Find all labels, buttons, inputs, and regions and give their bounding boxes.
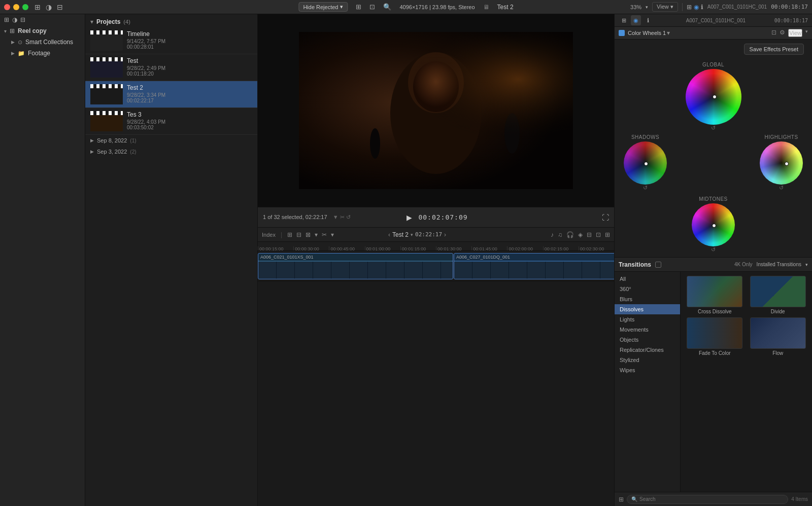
tl-icon5[interactable]: ✂ xyxy=(322,231,327,238)
right-panel: ⊞ ◉ ℹ A007_C001_0101HC_001 00:00:18:17 C… xyxy=(614,14,812,506)
trans-cat-all[interactable]: All xyxy=(615,274,680,284)
tl-layout2[interactable]: ⊡ xyxy=(596,231,601,238)
play-button[interactable]: ▶ xyxy=(404,212,414,223)
trans-cat-movements[interactable]: Movements xyxy=(615,324,680,335)
titlebar-center: Hide Rejected ▾ ⊞ ⊡ 🔍 4096×1716 | 23.98 … xyxy=(298,2,513,12)
project-item-test2[interactable]: Test 2 9/28/22, 3:34 PM 00:02:22:17 xyxy=(85,81,257,108)
inspector-icon2[interactable]: ◉ xyxy=(694,4,699,11)
trans-thumb-cross-dissolve[interactable]: Cross Dissolve xyxy=(685,276,745,314)
tl-icon6[interactable]: ▾ xyxy=(331,231,334,238)
trans-cat-360[interactable]: 360° xyxy=(615,284,680,294)
project-item-timeline[interactable]: Timeline 9/14/22, 7:57 PM 00:00:28:01 xyxy=(85,27,257,54)
trans-thumb-fade-color[interactable]: Fade To Color xyxy=(685,317,745,356)
audio-icon2[interactable]: ♫ xyxy=(558,231,562,238)
trans-footer-icon1[interactable]: ⊞ xyxy=(619,496,624,503)
minimize-button[interactable] xyxy=(13,4,19,10)
tl-icon4[interactable]: ▾ xyxy=(315,231,318,238)
tl-icon2[interactable]: ⊟ xyxy=(296,231,301,238)
tl-nav-next[interactable]: › xyxy=(444,231,446,238)
sidebar-icon2[interactable]: ◑ xyxy=(12,16,17,23)
save-effects-preset-button[interactable]: Save Effects Preset xyxy=(744,44,804,55)
current-project: Test 2 xyxy=(497,4,514,11)
global-reset[interactable]: ↺ xyxy=(711,125,716,131)
global-wheel-dot[interactable] xyxy=(713,95,717,99)
selection-info: 1 of 32 selected, 02:22:17 xyxy=(263,214,327,220)
trans-cat-blurs[interactable]: Blurs xyxy=(615,294,680,304)
trans-thumb-flow[interactable]: Flow xyxy=(748,317,808,356)
global-label: GLOBAL xyxy=(702,62,724,67)
global-color-wheel[interactable] xyxy=(686,69,741,125)
sidebar-icon3[interactable]: ⊟ xyxy=(20,16,25,23)
tl-dropdown-icon[interactable]: ▾ xyxy=(411,232,413,237)
color-wheels-dropdown[interactable]: ▾ xyxy=(667,29,670,37)
midtones-color-wheel[interactable] xyxy=(692,203,735,246)
inspector-icon1[interactable]: ⊞ xyxy=(687,4,692,11)
highlights-wheel-dot[interactable] xyxy=(785,162,789,166)
trans-cat-stylized[interactable]: Stylized xyxy=(615,355,680,365)
ruler-mark-6: 00:01:45:00 xyxy=(471,246,507,250)
playback-info: 1 of 32 selected, 02:22:17 ▼ ✂ ↺ xyxy=(263,214,351,221)
installed-dropdown[interactable]: ▾ xyxy=(805,262,808,267)
tl-icon1[interactable]: ⊞ xyxy=(287,231,292,238)
timeline-tracks[interactable]: A006_C021_0101XS_001 A006_C027_0101DQ_00… xyxy=(258,251,614,349)
clapboard-top2 xyxy=(90,57,123,61)
inspector-toolbar: ⊞ ◉ ℹ A007_C001_0101HC_001 00:00:18:17 xyxy=(615,14,812,27)
sidebar-item-footage[interactable]: ▶ 📁 Footage xyxy=(0,48,85,59)
timecode-main: 00:02:07:09 xyxy=(418,213,467,221)
sidebar-icon1[interactable]: ⊞ xyxy=(4,16,9,23)
trans-cat-dissolves[interactable]: Dissolves xyxy=(615,304,680,314)
cw-icon-settings[interactable]: ⚙ xyxy=(780,29,785,37)
hide-rejected-button[interactable]: Hide Rejected ▾ xyxy=(298,2,348,12)
project-item-test[interactable]: Test 9/28/22, 2:49 PM 00:01:18:20 xyxy=(85,54,257,81)
inspector-icon-info[interactable]: ℹ xyxy=(643,15,653,25)
trans-cat-replicator[interactable]: Replicator/Clones xyxy=(615,345,680,355)
trans-cat-wipes[interactable]: Wipes xyxy=(615,365,680,375)
sidebar-item-smart-collections[interactable]: ▶ ⊙ Smart Collections xyxy=(0,37,85,48)
search-input[interactable] xyxy=(639,496,784,502)
trans-cat-lights[interactable]: Lights xyxy=(615,314,680,324)
inspector-icon3[interactable]: ℹ xyxy=(701,4,703,11)
sidebar-item-library[interactable]: ▾ ⊞ Reel copy xyxy=(0,25,85,37)
inspector-icon-view2[interactable]: ◉ xyxy=(631,15,641,25)
playback-bar: 1 of 32 selected, 02:22:17 ▼ ✂ ↺ ▶ 00:02… xyxy=(258,207,614,227)
shadows-color-wheel[interactable] xyxy=(624,141,667,185)
tl-icon3[interactable]: ⊠ xyxy=(306,231,311,238)
color-wheels-view-btn[interactable]: View xyxy=(788,29,802,37)
tl-layout1[interactable]: ⊟ xyxy=(587,231,592,238)
ruler-mark-9: 00:02:30:00 xyxy=(579,246,614,250)
trans-cat-objects[interactable]: Objects xyxy=(615,335,680,345)
audio-icon[interactable]: ♪ xyxy=(551,231,554,238)
index-tab[interactable]: Index xyxy=(262,232,276,238)
expand-icon[interactable]: ⛶ xyxy=(602,213,609,222)
timeline-area: Index | ⊞ ⊟ ⊠ ▾ ✂ ▾ ‹ Test 2 ▾ 02:22:17 … xyxy=(258,227,614,349)
midtones-wheel-dot[interactable] xyxy=(712,224,716,228)
transitions-4k-checkbox[interactable] xyxy=(655,262,661,268)
inspector-icon-view1[interactable]: ⊞ xyxy=(619,15,629,25)
midtones-reset[interactable]: ↺ xyxy=(711,246,716,253)
highlights-reset[interactable]: ↺ xyxy=(779,185,784,191)
view-dropdown[interactable]: ▾ xyxy=(805,29,808,37)
tl-nav-prev[interactable]: ‹ xyxy=(388,231,390,238)
zoom-dropdown[interactable]: ▾ xyxy=(646,5,648,10)
tl-layout3[interactable]: ⊞ xyxy=(605,231,610,238)
color-wheels-checkbox[interactable] xyxy=(619,30,625,36)
browser-collapse-icon[interactable]: ▾ xyxy=(90,18,93,25)
project-name-timeline: Timeline xyxy=(127,30,252,38)
timeline-toolbar: Index | ⊞ ⊟ ⊠ ▾ ✂ ▾ ‹ Test 2 ▾ 02:22:17 … xyxy=(258,228,614,242)
trans-thumb-divide[interactable]: Divide xyxy=(748,276,808,314)
maximize-button[interactable] xyxy=(22,4,28,10)
close-button[interactable] xyxy=(4,4,10,10)
date-group-sep8[interactable]: ▶ Sep 8, 2022 (1) xyxy=(85,135,257,146)
project-item-tes3[interactable]: Tes 3 9/28/22, 4:03 PM 00:03:50:02 xyxy=(85,108,257,135)
shadows-reset[interactable]: ↺ xyxy=(643,185,648,191)
clip-a006-c027[interactable]: A006_C027_0101DQ_001 xyxy=(454,253,614,279)
clip-a006-c021[interactable]: A006_C021_0101XS_001 xyxy=(258,253,453,279)
date-group-sep3[interactable]: ▶ Sep 3, 2022 (2) xyxy=(85,146,257,157)
highlights-color-wheel[interactable] xyxy=(760,141,803,185)
view-button[interactable]: View ▾ xyxy=(652,2,678,12)
shadows-wheel-dot[interactable] xyxy=(644,162,648,166)
headphones-icon[interactable]: 🎧 xyxy=(566,231,574,238)
cw-icon-fit[interactable]: ⊡ xyxy=(771,29,776,37)
color-icon[interactable]: ◈ xyxy=(578,231,583,238)
search-icon[interactable]: 🔍 xyxy=(383,3,391,11)
